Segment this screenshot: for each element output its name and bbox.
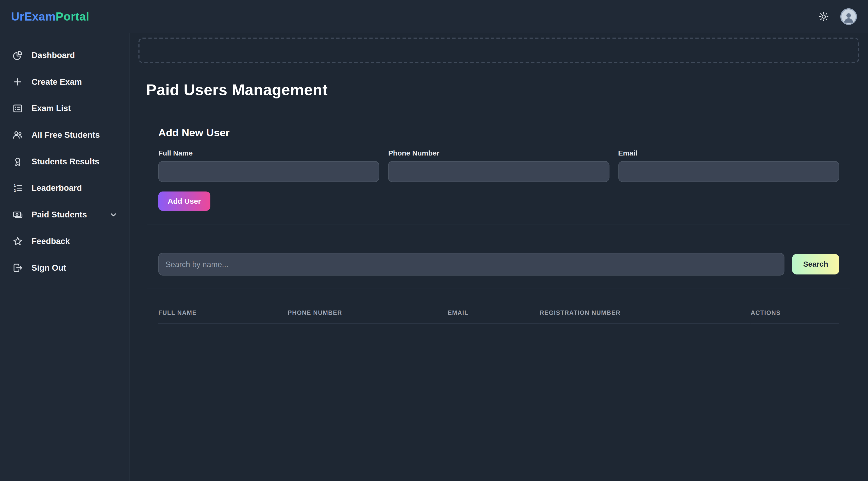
app-logo[interactable]: UrExamPortal xyxy=(11,10,89,23)
numbered-list-icon: 1 2 xyxy=(12,183,23,194)
full-name-field-group: Full Name xyxy=(158,149,379,182)
add-new-user-title: Add New User xyxy=(158,127,839,139)
sidebar-item-sign-out[interactable]: Sign Out xyxy=(0,255,129,280)
sidebar-item-students-results[interactable]: Students Results xyxy=(0,149,129,174)
list-card-icon xyxy=(12,103,23,114)
sign-out-icon xyxy=(12,262,23,273)
divider xyxy=(147,288,850,288)
user-avatar[interactable] xyxy=(840,8,857,25)
app-root: UrExamPortal xyxy=(0,0,868,481)
add-user-form: Full Name Phone Number Email xyxy=(158,149,839,182)
sidebar-item-label: Paid Students xyxy=(31,210,87,219)
add-user-button[interactable]: Add User xyxy=(158,192,210,211)
column-header-registration-number: REGISTRATION NUMBER xyxy=(539,296,751,323)
sidebar-item-label: Feedback xyxy=(31,236,70,246)
phone-number-input[interactable] xyxy=(388,161,609,182)
full-name-label: Full Name xyxy=(158,149,379,157)
divider xyxy=(147,225,850,225)
sidebar-item-label: Exam List xyxy=(31,103,71,113)
sidebar-item-label: Leaderboard xyxy=(31,183,82,193)
email-label: Email xyxy=(618,149,839,157)
svg-text:2: 2 xyxy=(13,188,16,192)
sidebar-item-dashboard[interactable]: Dashboard xyxy=(0,43,129,67)
sidebar-item-label: Sign Out xyxy=(31,263,66,272)
table-header-row: FULL NAME PHONE NUMBER EMAIL REGISTRATIO… xyxy=(158,296,839,323)
sun-icon xyxy=(818,11,830,22)
users-icon xyxy=(12,129,23,140)
main-content: Paid Users Management Add New User Full … xyxy=(129,33,868,481)
sidebar-item-create-exam[interactable]: Create Exam xyxy=(0,69,129,94)
search-input[interactable] xyxy=(158,253,784,276)
sidebar-item-label: All Free Students xyxy=(31,130,100,139)
top-bar-actions xyxy=(816,8,857,25)
email-field-group: Email xyxy=(618,149,839,182)
top-bar: UrExamPortal xyxy=(0,0,868,33)
users-table-section: FULL NAME PHONE NUMBER EMAIL REGISTRATIO… xyxy=(158,296,839,324)
sidebar: Dashboard Create Exam xyxy=(0,33,129,481)
medal-icon xyxy=(12,156,23,167)
column-header-full-name: FULL NAME xyxy=(158,296,288,323)
phone-number-label: Phone Number xyxy=(388,149,609,157)
full-name-input[interactable] xyxy=(158,161,379,182)
ad-placeholder xyxy=(138,37,859,63)
sidebar-item-label: Create Exam xyxy=(31,77,82,86)
plus-icon xyxy=(12,76,23,87)
chevron-down-icon xyxy=(109,210,118,219)
star-icon xyxy=(12,235,23,247)
column-header-actions: ACTIONS xyxy=(751,296,839,323)
search-button[interactable]: Search xyxy=(792,254,839,275)
column-header-email: EMAIL xyxy=(448,296,539,323)
search-section: Search xyxy=(158,253,839,276)
banknotes-icon xyxy=(12,209,23,220)
page-title: Paid Users Management xyxy=(146,82,851,99)
sidebar-item-paid-students[interactable]: Paid Students xyxy=(0,202,129,227)
add-new-user-section: Add New User Full Name Phone Number Emai… xyxy=(158,127,839,211)
svg-text:1: 1 xyxy=(13,183,16,187)
logo-part-1: UrExam xyxy=(11,10,56,23)
sidebar-item-feedback[interactable]: Feedback xyxy=(0,229,129,253)
phone-number-field-group: Phone Number xyxy=(388,149,609,182)
pie-chart-icon xyxy=(12,50,23,61)
sidebar-item-all-free-students[interactable]: All Free Students xyxy=(0,122,129,147)
paid-users-table: FULL NAME PHONE NUMBER EMAIL REGISTRATIO… xyxy=(158,296,839,324)
logo-part-2: Portal xyxy=(56,10,89,23)
sidebar-item-label: Dashboard xyxy=(31,50,75,60)
column-header-phone-number: PHONE NUMBER xyxy=(287,296,447,323)
sidebar-item-label: Students Results xyxy=(31,157,99,166)
email-input[interactable] xyxy=(618,161,839,182)
sidebar-item-leaderboard[interactable]: 1 2 Leaderboard xyxy=(0,175,129,200)
user-icon xyxy=(842,10,855,24)
theme-toggle-button[interactable] xyxy=(816,9,832,24)
sidebar-item-exam-list[interactable]: Exam List xyxy=(0,96,129,121)
